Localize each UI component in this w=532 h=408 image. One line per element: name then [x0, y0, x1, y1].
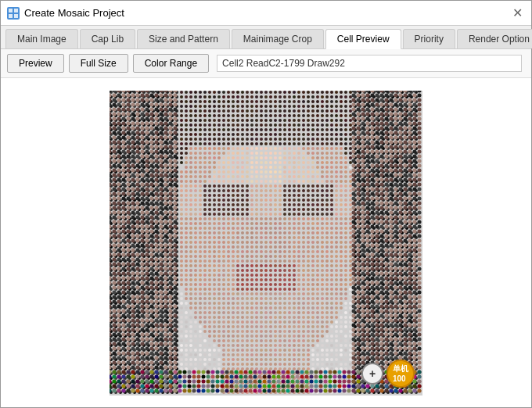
toolbar: Preview Full Size Color Range Cell2 Read…: [1, 49, 531, 78]
zoom-icon[interactable]: +: [361, 363, 383, 385]
svg-rect-2: [9, 14, 13, 18]
status-display: Cell2 ReadC2-1799 Draw292: [217, 55, 522, 72]
logo-icon: 单机100: [386, 360, 415, 388]
tabs-bar: Main Image Cap Lib Size and Pattern Main…: [1, 26, 531, 49]
svg-rect-0: [9, 9, 13, 13]
tab-render-option[interactable]: Render Option: [457, 29, 532, 48]
tab-size-and-pattern[interactable]: Size and Pattern: [137, 29, 230, 48]
window-title: Create Mosaic Project: [24, 7, 124, 19]
svg-rect-1: [14, 9, 18, 13]
content-area: + 单机100: [1, 78, 531, 407]
close-button[interactable]: ✕: [509, 5, 525, 21]
title-bar-left: Create Mosaic Project: [7, 7, 124, 20]
tab-priority[interactable]: Priority: [403, 29, 455, 48]
main-window: Create Mosaic Project ✕ Main Image Cap L…: [0, 0, 532, 408]
svg-rect-3: [14, 14, 18, 18]
title-bar: Create Mosaic Project ✕: [1, 1, 531, 26]
preview-button[interactable]: Preview: [7, 54, 64, 73]
mosaic-canvas: [110, 91, 422, 395]
mosaic-preview: + 单机100: [110, 91, 422, 395]
tab-main-image[interactable]: Main Image: [5, 29, 78, 48]
color-range-button[interactable]: Color Range: [133, 54, 209, 73]
app-icon: [7, 7, 20, 20]
full-size-button[interactable]: Full Size: [69, 54, 128, 73]
watermark: + 单机100: [361, 360, 415, 388]
tab-mainimage-crop[interactable]: Mainimage Crop: [232, 29, 324, 48]
tab-cap-lib[interactable]: Cap Lib: [80, 29, 135, 48]
tab-cell-preview[interactable]: Cell Preview: [325, 29, 401, 49]
